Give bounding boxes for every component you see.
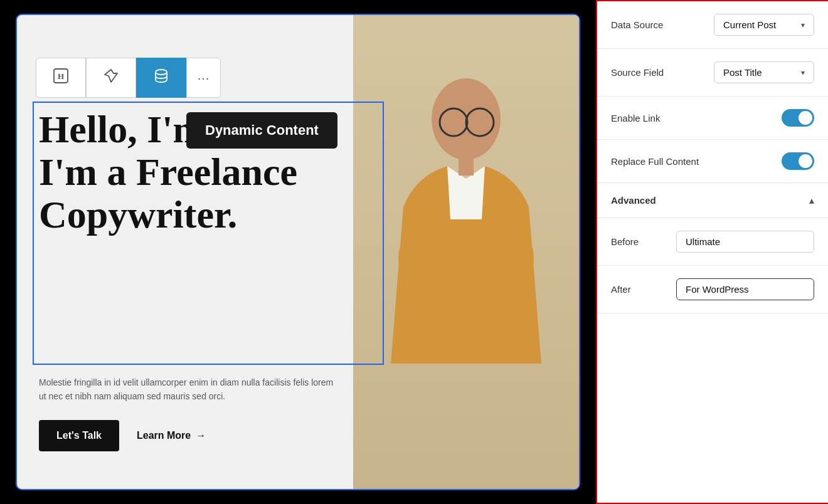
dynamic-content-tooltip: Dynamic Content: [186, 112, 337, 149]
chevron-down-icon: ▾: [801, 21, 805, 29]
svg-point-2: [156, 70, 167, 75]
advanced-row[interactable]: Advanced ▴: [597, 183, 828, 218]
enable-link-toggle[interactable]: [782, 109, 814, 127]
person-area: [353, 15, 579, 489]
toolbar-heading-btn[interactable]: H: [36, 58, 86, 98]
data-source-select[interactable]: Current Post ▾: [714, 14, 814, 36]
tooltip-text: Dynamic Content: [205, 122, 319, 138]
after-input[interactable]: [676, 278, 814, 300]
replace-full-content-row: Replace Full Content: [597, 140, 828, 183]
after-label: After: [611, 284, 631, 295]
source-field-label: Source Field: [611, 67, 664, 78]
learn-more-button[interactable]: Learn More →: [137, 430, 206, 441]
data-source-row: Data Source Current Post ▾: [597, 1, 828, 49]
body-text: Molestie fringilla in id velit ullamcorp…: [39, 375, 340, 404]
right-panel: Data Source Current Post ▾ Source Field …: [596, 0, 828, 504]
heading-icon: H: [51, 66, 70, 89]
data-source-label: Data Source: [611, 19, 663, 30]
before-input[interactable]: [676, 231, 814, 253]
svg-text:H: H: [58, 71, 64, 81]
lets-talk-button[interactable]: Let's Talk: [39, 420, 119, 451]
canvas-area: H: [0, 0, 596, 504]
more-icon: ···: [198, 71, 210, 85]
toolbar-pin-btn[interactable]: [86, 58, 136, 98]
learn-more-label: Learn More: [137, 430, 191, 441]
page-preview: H: [16, 14, 580, 490]
after-row: After: [597, 266, 828, 313]
svg-rect-7: [459, 157, 474, 176]
toolbar-row: H: [36, 58, 221, 98]
person-figure: [366, 63, 566, 489]
toolbar-db-btn[interactable]: [136, 58, 186, 98]
enable-link-row: Enable Link: [597, 97, 828, 140]
pin-icon: [102, 67, 120, 88]
replace-full-content-toggle[interactable]: [782, 152, 814, 170]
chevron-down-icon-2: ▾: [801, 68, 805, 77]
cta-buttons: Let's Talk Learn More →: [39, 420, 206, 451]
source-field-value: Post Title: [723, 67, 762, 78]
advanced-label: Advanced: [611, 195, 656, 206]
source-field-row: Source Field Post Title ▾: [597, 49, 828, 97]
source-field-select[interactable]: Post Title ▾: [714, 61, 814, 83]
replace-full-content-label: Replace Full Content: [611, 156, 699, 167]
before-row: Before: [597, 218, 828, 266]
data-source-value: Current Post: [723, 19, 776, 30]
db-icon: [152, 66, 171, 89]
toolbar-more-btn[interactable]: ···: [186, 58, 221, 98]
enable-link-label: Enable Link: [611, 113, 660, 123]
chevron-up-icon: ▴: [809, 194, 814, 206]
arrow-icon: →: [196, 430, 206, 441]
before-label: Before: [611, 236, 639, 247]
